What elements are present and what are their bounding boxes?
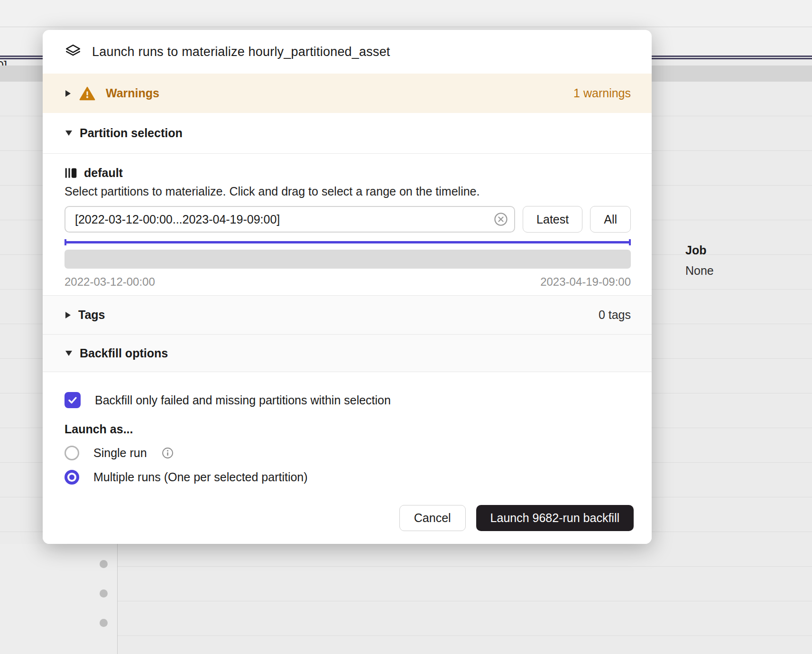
chevron-down-icon xyxy=(65,131,72,136)
timeline-track[interactable] xyxy=(65,250,631,269)
radio-selected-icon[interactable] xyxy=(65,470,79,485)
launch-backfill-button[interactable]: Launch 9682-run backfill xyxy=(476,505,634,531)
range-input-wrap xyxy=(65,206,515,233)
clear-selection-button[interactable] xyxy=(493,212,508,227)
warnings-section-toggle[interactable]: Warnings 1 warnings xyxy=(43,74,652,113)
chevron-down-icon xyxy=(65,351,72,356)
launch-as-label: Launch as... xyxy=(65,422,631,436)
timeline-labels: 2022-03-12-00:00 2023-04-19-09:00 xyxy=(65,275,631,289)
partition-selection-toggle[interactable]: Partition selection xyxy=(43,113,652,154)
chevron-right-icon xyxy=(65,312,71,318)
warnings-count: 1 warnings xyxy=(573,86,631,100)
cancel-button[interactable]: Cancel xyxy=(399,505,466,531)
partition-dimension-icon xyxy=(65,167,77,179)
backfill-only-failed-checkbox-row[interactable]: Backfill only failed and missing partiti… xyxy=(65,392,631,408)
launch-backfill-dialog: Launch runs to materialize hourly_partit… xyxy=(43,30,652,544)
dialog-footer: Cancel Launch 9682-run backfill xyxy=(43,490,652,544)
dimension-name: default xyxy=(84,166,123,180)
dialog-header: Launch runs to materialize hourly_partit… xyxy=(43,30,652,74)
partition-input-row: Latest All xyxy=(65,206,631,233)
materialize-icon xyxy=(65,43,82,60)
partition-selection-header: Partition selection xyxy=(80,126,183,140)
background-job-column: Job None xyxy=(685,243,714,278)
checkbox-checked-icon[interactable] xyxy=(65,392,81,408)
single-run-label: Single run xyxy=(93,446,147,460)
tags-section-toggle[interactable]: Tags 0 tags xyxy=(43,295,652,335)
multiple-runs-label: Multiple runs (One per selected partitio… xyxy=(93,470,308,484)
background-top-band xyxy=(0,0,812,27)
backfill-options-body: Backfill only failed and missing partiti… xyxy=(43,372,652,490)
backfill-options-toggle[interactable]: Backfill options xyxy=(43,335,652,372)
background-left-panel xyxy=(0,544,118,654)
all-button[interactable]: All xyxy=(590,206,631,233)
warnings-label: Warnings xyxy=(106,86,159,100)
radio-unselected-icon[interactable] xyxy=(65,446,79,460)
partition-help-text: Select partitions to materialize. Click … xyxy=(65,185,631,198)
tags-count: 0 tags xyxy=(599,308,631,322)
latest-button[interactable]: Latest xyxy=(523,206,582,233)
dimension-row: default xyxy=(65,166,631,180)
tags-header: Tags xyxy=(78,308,105,322)
backfill-checkbox-label: Backfill only failed and missing partiti… xyxy=(95,393,391,407)
timeline-end-label: 2023-04-19-09:00 xyxy=(540,275,631,289)
info-icon[interactable] xyxy=(161,447,174,459)
chevron-right-icon xyxy=(65,90,71,97)
dialog-title: Launch runs to materialize hourly_partit… xyxy=(92,45,390,59)
backfill-options-header: Backfill options xyxy=(80,346,168,360)
job-column-value: None xyxy=(685,264,714,278)
partition-selection-body: default Select partitions to materialize… xyxy=(43,154,652,295)
partition-range-input[interactable] xyxy=(65,206,515,233)
partition-timeline[interactable]: 2022-03-12-00:00 2023-04-19-09:00 xyxy=(65,239,631,289)
status-dot xyxy=(100,560,108,568)
warning-triangle-icon xyxy=(79,85,95,102)
status-dot xyxy=(100,619,108,627)
multiple-runs-radio-row[interactable]: Multiple runs (One per selected partitio… xyxy=(65,470,631,485)
timeline-start-label: 2022-03-12-00:00 xyxy=(65,275,155,289)
job-column-header: Job xyxy=(685,243,714,257)
timeline-selection-bar xyxy=(65,239,631,246)
single-run-radio-row[interactable]: Single run xyxy=(65,446,631,460)
status-dot xyxy=(100,589,108,598)
